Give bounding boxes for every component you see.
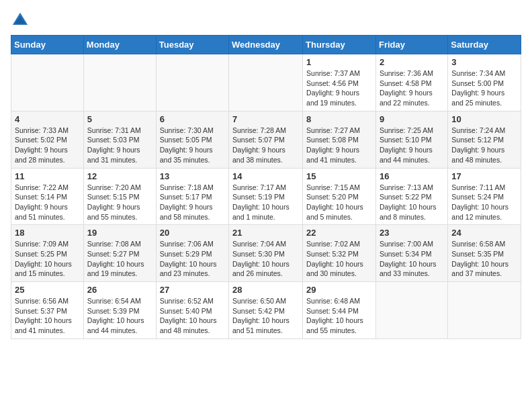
day-info: Sunrise: 7:04 AM Sunset: 5:30 PM Dayligh… <box>232 239 299 279</box>
header <box>11 11 521 30</box>
day-number: 6 <box>160 114 225 124</box>
day-info: Sunrise: 7:18 AM Sunset: 5:17 PM Dayligh… <box>160 183 225 222</box>
calendar-cell <box>375 282 447 339</box>
calendar-cell <box>156 54 228 111</box>
day-info: Sunrise: 7:37 AM Sunset: 4:56 PM Dayligh… <box>306 68 372 108</box>
day-info: Sunrise: 7:09 AM Sunset: 5:25 PM Dayligh… <box>15 239 80 279</box>
day-number: 29 <box>306 285 372 295</box>
day-info: Sunrise: 7:11 AM Sunset: 5:24 PM Dayligh… <box>451 183 517 222</box>
calendar-cell: 14Sunrise: 7:17 AM Sunset: 5:19 PM Dayli… <box>229 168 303 225</box>
day-number: 3 <box>451 57 517 67</box>
day-number: 7 <box>232 114 299 124</box>
day-number: 25 <box>15 285 80 295</box>
calendar-cell: 5Sunrise: 7:31 AM Sunset: 5:03 PM Daylig… <box>83 111 156 168</box>
day-info: Sunrise: 7:31 AM Sunset: 5:03 PM Dayligh… <box>87 126 152 165</box>
day-number: 18 <box>15 228 80 238</box>
calendar-cell: 15Sunrise: 7:15 AM Sunset: 5:20 PM Dayli… <box>303 168 376 225</box>
day-info: Sunrise: 7:00 AM Sunset: 5:34 PM Dayligh… <box>380 239 444 279</box>
logo <box>11 11 32 30</box>
logo-icon <box>11 11 30 30</box>
day-number: 19 <box>87 228 152 238</box>
day-info: Sunrise: 6:48 AM Sunset: 5:44 PM Dayligh… <box>306 296 372 336</box>
day-info: Sunrise: 7:22 AM Sunset: 5:14 PM Dayligh… <box>15 183 80 222</box>
day-info: Sunrise: 7:15 AM Sunset: 5:20 PM Dayligh… <box>306 183 372 222</box>
calendar-cell: 25Sunrise: 6:56 AM Sunset: 5:37 PM Dayli… <box>11 282 84 339</box>
day-info: Sunrise: 7:17 AM Sunset: 5:19 PM Dayligh… <box>232 183 299 222</box>
calendar-cell: 13Sunrise: 7:18 AM Sunset: 5:17 PM Dayli… <box>156 168 228 225</box>
calendar-cell: 19Sunrise: 7:08 AM Sunset: 5:27 PM Dayli… <box>83 225 156 282</box>
calendar-cell: 8Sunrise: 7:27 AM Sunset: 5:08 PM Daylig… <box>303 111 376 168</box>
calendar-week-3: 11Sunrise: 7:22 AM Sunset: 5:14 PM Dayli… <box>11 168 521 225</box>
calendar-cell: 2Sunrise: 7:36 AM Sunset: 4:58 PM Daylig… <box>375 54 447 111</box>
calendar-cell <box>448 282 521 339</box>
day-info: Sunrise: 6:52 AM Sunset: 5:40 PM Dayligh… <box>160 296 225 336</box>
day-number: 2 <box>380 57 444 67</box>
calendar-week-5: 25Sunrise: 6:56 AM Sunset: 5:37 PM Dayli… <box>11 282 521 339</box>
day-info: Sunrise: 6:56 AM Sunset: 5:37 PM Dayligh… <box>15 296 80 336</box>
day-info: Sunrise: 7:27 AM Sunset: 5:08 PM Dayligh… <box>306 126 372 165</box>
day-number: 12 <box>87 171 152 181</box>
weekday-header-tuesday: Tuesday <box>156 36 228 54</box>
day-number: 24 <box>451 228 517 238</box>
day-number: 4 <box>15 114 80 124</box>
weekday-header-monday: Monday <box>83 36 156 54</box>
day-number: 27 <box>160 285 225 295</box>
day-info: Sunrise: 7:13 AM Sunset: 5:22 PM Dayligh… <box>380 183 444 222</box>
day-info: Sunrise: 7:06 AM Sunset: 5:29 PM Dayligh… <box>160 239 225 279</box>
calendar-cell: 24Sunrise: 6:58 AM Sunset: 5:35 PM Dayli… <box>448 225 521 282</box>
day-info: Sunrise: 7:02 AM Sunset: 5:32 PM Dayligh… <box>306 239 372 279</box>
day-number: 1 <box>306 57 372 67</box>
calendar-cell: 4Sunrise: 7:33 AM Sunset: 5:02 PM Daylig… <box>11 111 84 168</box>
day-number: 9 <box>380 114 444 124</box>
calendar-cell: 16Sunrise: 7:13 AM Sunset: 5:22 PM Dayli… <box>375 168 447 225</box>
calendar-cell: 26Sunrise: 6:54 AM Sunset: 5:39 PM Dayli… <box>83 282 156 339</box>
day-number: 23 <box>380 228 444 238</box>
day-info: Sunrise: 6:50 AM Sunset: 5:42 PM Dayligh… <box>232 296 299 336</box>
calendar-cell: 27Sunrise: 6:52 AM Sunset: 5:40 PM Dayli… <box>156 282 228 339</box>
day-number: 20 <box>160 228 225 238</box>
calendar-cell <box>229 54 303 111</box>
calendar-cell: 12Sunrise: 7:20 AM Sunset: 5:15 PM Dayli… <box>83 168 156 225</box>
calendar-cell <box>11 54 84 111</box>
calendar-body: 1Sunrise: 7:37 AM Sunset: 4:56 PM Daylig… <box>11 54 521 339</box>
calendar-cell: 10Sunrise: 7:24 AM Sunset: 5:12 PM Dayli… <box>448 111 521 168</box>
day-info: Sunrise: 7:36 AM Sunset: 4:58 PM Dayligh… <box>380 68 444 108</box>
day-number: 28 <box>232 285 299 295</box>
day-number: 22 <box>306 228 372 238</box>
calendar-cell <box>83 54 156 111</box>
calendar-cell: 17Sunrise: 7:11 AM Sunset: 5:24 PM Dayli… <box>448 168 521 225</box>
weekday-header-wednesday: Wednesday <box>229 36 303 54</box>
day-number: 10 <box>451 114 517 124</box>
day-info: Sunrise: 7:33 AM Sunset: 5:02 PM Dayligh… <box>15 126 80 165</box>
day-info: Sunrise: 7:30 AM Sunset: 5:05 PM Dayligh… <box>160 126 225 165</box>
calendar-cell: 28Sunrise: 6:50 AM Sunset: 5:42 PM Dayli… <box>229 282 303 339</box>
day-number: 15 <box>306 171 372 181</box>
day-info: Sunrise: 6:58 AM Sunset: 5:35 PM Dayligh… <box>451 239 517 279</box>
day-number: 5 <box>87 114 152 124</box>
day-number: 8 <box>306 114 372 124</box>
day-number: 17 <box>451 171 517 181</box>
calendar-cell: 3Sunrise: 7:34 AM Sunset: 5:00 PM Daylig… <box>448 54 521 111</box>
calendar-cell: 29Sunrise: 6:48 AM Sunset: 5:44 PM Dayli… <box>303 282 376 339</box>
calendar-week-2: 4Sunrise: 7:33 AM Sunset: 5:02 PM Daylig… <box>11 111 521 168</box>
day-number: 13 <box>160 171 225 181</box>
day-info: Sunrise: 7:20 AM Sunset: 5:15 PM Dayligh… <box>87 183 152 222</box>
calendar-cell: 21Sunrise: 7:04 AM Sunset: 5:30 PM Dayli… <box>229 225 303 282</box>
calendar-cell: 23Sunrise: 7:00 AM Sunset: 5:34 PM Dayli… <box>375 225 447 282</box>
calendar-cell: 9Sunrise: 7:25 AM Sunset: 5:10 PM Daylig… <box>375 111 447 168</box>
day-info: Sunrise: 7:28 AM Sunset: 5:07 PM Dayligh… <box>232 126 299 165</box>
weekday-header-row: SundayMondayTuesdayWednesdayThursdayFrid… <box>11 36 521 54</box>
weekday-header-thursday: Thursday <box>303 36 376 54</box>
calendar-cell: 1Sunrise: 7:37 AM Sunset: 4:56 PM Daylig… <box>303 54 376 111</box>
day-number: 14 <box>232 171 299 181</box>
calendar-week-4: 18Sunrise: 7:09 AM Sunset: 5:25 PM Dayli… <box>11 225 521 282</box>
day-info: Sunrise: 7:25 AM Sunset: 5:10 PM Dayligh… <box>380 126 444 165</box>
day-number: 26 <box>87 285 152 295</box>
day-info: Sunrise: 7:08 AM Sunset: 5:27 PM Dayligh… <box>87 239 152 279</box>
weekday-header-sunday: Sunday <box>11 36 84 54</box>
day-number: 21 <box>232 228 299 238</box>
weekday-header-saturday: Saturday <box>448 36 521 54</box>
day-info: Sunrise: 7:34 AM Sunset: 5:00 PM Dayligh… <box>451 68 517 108</box>
day-number: 16 <box>380 171 444 181</box>
calendar-cell: 11Sunrise: 7:22 AM Sunset: 5:14 PM Dayli… <box>11 168 84 225</box>
